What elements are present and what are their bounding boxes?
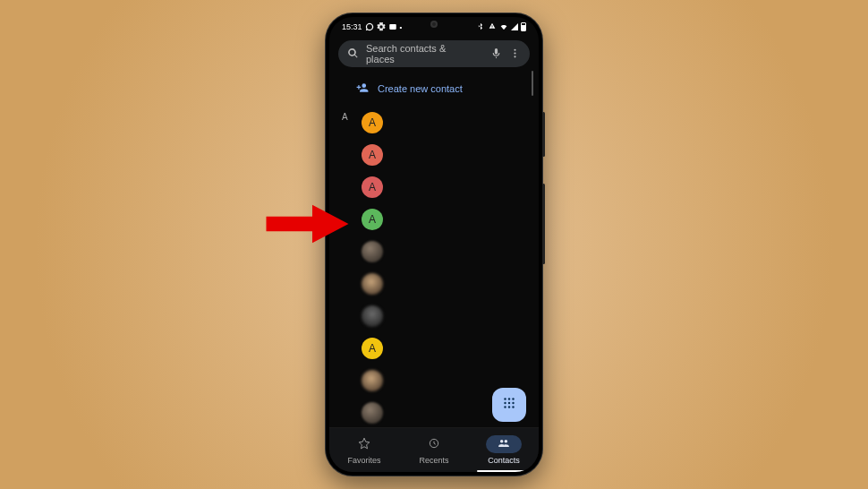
battery-icon xyxy=(521,22,526,31)
person-add-icon xyxy=(356,82,369,96)
svg-point-9 xyxy=(512,402,514,404)
contact-row[interactable]: A xyxy=(362,139,539,171)
contact-row[interactable]: A xyxy=(362,107,539,139)
screen: 15:31 • Search contacts & places xyxy=(329,17,539,472)
bluetooth-icon xyxy=(476,22,485,31)
svg-point-6 xyxy=(512,398,514,399)
svg-point-3 xyxy=(514,56,515,57)
nav-recents[interactable]: Recents xyxy=(399,428,469,472)
section-header: A xyxy=(342,112,348,122)
dialpad-icon xyxy=(501,395,517,415)
nav-label: Recents xyxy=(419,456,448,465)
contact-avatar: A xyxy=(362,112,383,133)
svg-point-1 xyxy=(514,48,515,50)
wifi-icon xyxy=(499,22,508,31)
more-menu-icon[interactable] xyxy=(509,47,521,61)
scroll-indicator xyxy=(532,71,533,96)
nav-label: Favorites xyxy=(347,456,380,465)
do-not-disturb-icon xyxy=(488,22,497,31)
svg-point-4 xyxy=(504,398,506,399)
create-new-contact[interactable]: Create new contact xyxy=(329,71,539,107)
svg-point-8 xyxy=(508,402,510,404)
contact-avatar xyxy=(362,370,383,391)
settings-icon xyxy=(377,22,386,31)
svg-point-7 xyxy=(504,402,506,404)
people-icon xyxy=(498,437,510,451)
search-placeholder: Search contacts & places xyxy=(366,43,476,64)
contact-row[interactable] xyxy=(362,268,539,300)
contact-avatar: A xyxy=(362,176,383,198)
clock-icon xyxy=(428,437,440,451)
signal-icon xyxy=(511,23,518,30)
contact-row[interactable]: A xyxy=(362,171,539,203)
message-icon xyxy=(388,22,397,31)
contact-avatar xyxy=(362,273,383,295)
contact-list[interactable]: A AAAAAA xyxy=(329,107,539,427)
star-icon xyxy=(358,437,370,451)
contact-row[interactable] xyxy=(362,236,539,268)
mic-icon[interactable] xyxy=(490,47,502,61)
svg-point-2 xyxy=(514,52,515,54)
nav-label: Contacts xyxy=(488,456,520,465)
nav-favorites[interactable]: Favorites xyxy=(329,428,399,472)
svg-rect-0 xyxy=(389,24,396,30)
phone-frame: 15:31 • Search contacts & places xyxy=(326,13,542,476)
svg-point-5 xyxy=(508,398,510,399)
contact-avatar: A xyxy=(362,209,383,230)
front-camera xyxy=(430,21,438,28)
whatsapp-icon xyxy=(365,22,374,31)
contact-row[interactable]: A xyxy=(362,332,539,365)
contact-row[interactable]: A xyxy=(362,203,539,236)
contact-row[interactable] xyxy=(362,300,539,332)
dialpad-fab[interactable] xyxy=(492,388,526,422)
contact-avatar: A xyxy=(362,338,383,359)
bottom-nav: Favorites Recents Contacts xyxy=(329,427,539,472)
nav-contacts[interactable]: Contacts xyxy=(469,428,539,472)
svg-point-11 xyxy=(508,406,510,408)
clock: 15:31 xyxy=(342,22,362,31)
contact-avatar xyxy=(362,241,383,262)
search-icon xyxy=(347,47,359,61)
create-label: Create new contact xyxy=(378,83,463,94)
more-icon: • xyxy=(400,23,403,31)
search-bar[interactable]: Search contacts & places xyxy=(338,40,530,67)
svg-point-12 xyxy=(512,406,514,408)
svg-point-10 xyxy=(504,406,506,408)
contact-avatar: A xyxy=(362,144,383,166)
contact-avatar xyxy=(362,305,383,327)
contact-avatar xyxy=(362,402,383,424)
